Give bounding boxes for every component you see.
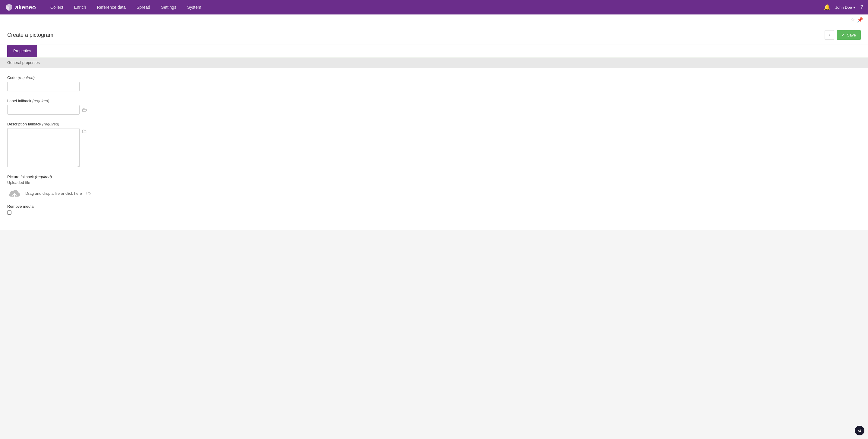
nav-collect[interactable]: Collect [45,0,69,14]
nav-spread[interactable]: Spread [131,0,156,14]
picture-fallback-label: Picture fallback (required) [7,175,861,179]
description-fallback-input-group: 🗁 [7,128,861,167]
description-fallback-field-group: Description fallback (required) 🗁 [7,122,861,167]
label-fallback-field-group: Label fallback (required) 🗁 [7,98,861,115]
tab-properties[interactable]: Properties [7,45,37,57]
user-dropdown-arrow: ▾ [853,5,855,10]
header-actions: ‹ ✓ Save [825,30,861,40]
picture-fallback-section: Picture fallback (required) Uploaded fil… [7,175,861,215]
nav-settings[interactable]: Settings [156,0,182,14]
cloud-upload-icon [7,187,22,199]
tabs-bar: Properties [0,45,868,57]
description-fallback-folder-icon[interactable]: 🗁 [82,128,87,135]
toolbar-row: ☆ 📌 [0,14,868,25]
label-fallback-folder-icon[interactable]: 🗁 [82,107,87,113]
back-button[interactable]: ‹ [825,30,834,40]
page-header: Create a pictogram ‹ ✓ Save [0,25,868,45]
logo-text: akeneo [15,4,36,11]
cloud-upload-svg [8,188,21,198]
notification-bell-icon[interactable]: 🔔 [824,4,830,10]
label-fallback-input[interactable] [7,105,80,115]
code-input[interactable] [7,82,80,91]
remove-media-label: Remove media [7,204,861,209]
save-button-label: Save [847,33,856,37]
code-label: Code (required) [7,76,861,80]
description-fallback-label: Description fallback (required) [7,122,861,126]
section-header: General properties [0,57,868,68]
save-button[interactable]: ✓ Save [837,30,861,40]
label-fallback-label: Label fallback (required) [7,98,861,103]
remove-media-checkbox[interactable] [7,210,11,215]
upload-text: Drag and drop a file or click here [25,191,82,196]
picture-fallback-required-marker: (required) [35,175,52,179]
page-title: Create a pictogram [7,32,53,38]
code-field-group: Code (required) [7,76,861,91]
nav-reference-data[interactable]: Reference data [91,0,131,14]
main-content: General properties Code (required) Label… [0,57,868,230]
pin-icon[interactable]: 📌 [857,17,863,23]
nav-system[interactable]: System [182,0,207,14]
save-check-icon: ✓ [841,33,845,37]
code-required-marker: (required) [18,76,35,80]
label-fallback-required-marker: (required) [32,98,49,103]
label-fallback-input-group: 🗁 [7,105,861,115]
section-title: General properties [7,60,40,65]
main-navigation: Collect Enrich Reference data Spread Set… [45,0,824,14]
logo[interactable]: akeneo [5,3,36,11]
bookmark-icons: ☆ 📌 [850,17,863,23]
user-menu[interactable]: John Doe ▾ [835,5,855,10]
star-icon[interactable]: ☆ [850,17,855,23]
top-navigation: akeneo Collect Enrich Reference data Spr… [0,0,868,14]
description-fallback-required-marker: (required) [42,122,59,126]
upload-area: Drag and drop a file or click here 🗁 [7,187,861,199]
right-nav: 🔔 John Doe ▾ ? [824,4,863,10]
uploaded-file-label: Uploaded file [7,180,861,185]
form-body: Code (required) Label fallback (required… [0,68,868,230]
upload-folder-icon[interactable]: 🗁 [86,190,91,197]
description-fallback-textarea[interactable] [7,128,80,167]
user-name: John Doe [835,5,852,10]
akeneo-logo-icon [5,3,13,11]
help-icon[interactable]: ? [860,4,863,10]
nav-enrich[interactable]: Enrich [69,0,92,14]
